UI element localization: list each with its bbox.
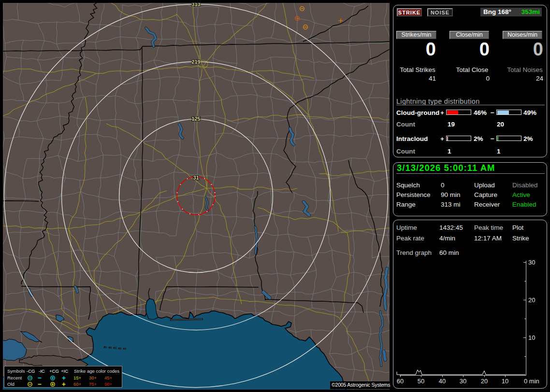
svg-text:31: 31 bbox=[193, 175, 199, 181]
svg-text:30: 30 bbox=[460, 378, 466, 385]
svg-text:10: 10 bbox=[502, 378, 508, 385]
svg-text:10: 10 bbox=[528, 334, 535, 341]
svg-text:40: 40 bbox=[439, 378, 446, 385]
svg-text:125: 125 bbox=[191, 116, 200, 122]
svg-text:50: 50 bbox=[418, 378, 424, 385]
svg-text:0 min: 0 min bbox=[524, 378, 539, 385]
svg-text:30: 30 bbox=[528, 259, 535, 266]
svg-text:313: 313 bbox=[191, 3, 200, 7]
svg-text:20: 20 bbox=[481, 378, 488, 385]
svg-text:219: 219 bbox=[191, 59, 200, 65]
svg-text:20: 20 bbox=[528, 296, 535, 304]
svg-text:60: 60 bbox=[397, 378, 404, 385]
